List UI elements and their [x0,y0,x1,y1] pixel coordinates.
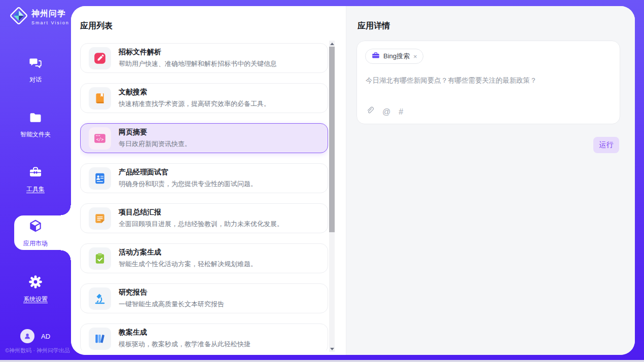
user-initials: AD [41,333,50,340]
app-card-title: 产品经理面试官 [119,168,257,177]
chat-icon [28,63,43,71]
books-icon [89,328,111,350]
sidebar-item-settings[interactable]: 系统设置 [0,274,71,304]
sidebar-item-toolset[interactable]: 工具集 [0,165,71,194]
app-card[interactable]: 项目总结汇报 全面回顾项目进展，总结经验教训，助力未来优化发展。 [80,203,328,233]
scrollbar-up-icon[interactable] [329,41,335,47]
app-card[interactable]: 活动方案生成 智能生成个性化活动方案，轻松解决规划难题。 [80,243,328,273]
app-card-title: 项目总结汇报 [119,208,283,217]
app-list-title: 应用列表 [80,21,113,31]
app-card-description: 全面回顾项目进展，总结经验教训，助力未来优化发展。 [119,220,283,229]
note-icon [89,207,111,230]
app-detail-title: 应用详情 [357,21,390,31]
logo-title: 神州问学 [31,9,66,18]
app-card[interactable]: 招标文件解析 帮助用户快速、准确地理解和解析招标书中的关键信息 [80,43,328,73]
app-card-description: 帮助用户快速、准确地理解和解析招标书中的关键信息 [119,59,277,68]
sidebar-item-label: 对话 [0,76,71,84]
app-card-title: 网页摘要 [119,128,191,137]
sidebar: 神州问学 Smart Vision 对话 智能文件夹 [0,0,71,360]
toolbox-icon [28,172,43,181]
app-card[interactable]: 文献搜索 快速精准查找学术资源，提高研究效率的必备工具。 [80,83,328,113]
tool-tag-label: Bing搜索 [383,52,410,61]
sidebar-item-label: 系统设置 [0,295,71,304]
cube-icon [28,227,43,235]
microscope-icon [89,287,111,310]
paperclip-icon[interactable] [366,106,374,117]
run-button[interactable]: 运行 [593,137,619,153]
app-card[interactable]: 研究报告 一键智能生成高质量长文本研究报告 [80,283,328,313]
app-card-description: 智能生成个性化活动方案，轻松解决规划难题。 [119,260,257,269]
pill-flare-top [61,205,71,215]
book-icon [89,87,111,110]
pill-flare-bottom [61,250,71,260]
app-card-title: 教案生成 [119,328,251,337]
main-content: 应用列表 招标文件解析 帮助用户快速、准确地理解和解析招标书中的关键信息 文献搜… [71,6,635,355]
hashtag-icon[interactable]: # [399,107,403,117]
gear-icon [28,282,43,291]
sidebar-item-label: 应用市场 [0,239,71,248]
user-profile[interactable]: AD [20,329,50,343]
app-card[interactable]: 教案生成 模板驱动，教案秒成，教学准备从此轻松快捷 [80,323,328,350]
sidebar-item-label: 智能文件夹 [0,130,71,139]
scrollbar[interactable] [329,41,335,352]
app-card-description: 明确身份和职责，为您提供专业性的面试问题。 [119,179,257,189]
query-input[interactable]: 今日湖北有哪些新闻要点？有哪些需要关注的最新政策？ [366,76,610,86]
bid-edit-icon [89,47,111,69]
app-card-title: 文献搜索 [119,88,270,97]
scrollbar-thumb[interactable] [329,47,335,232]
app-card-description: 一键智能生成高质量长文本研究报告 [119,300,224,309]
logo-diamond-icon [9,6,28,27]
svg-text:</>: </> [96,137,104,142]
mention-icon[interactable]: @ [382,107,390,117]
app-list: 招标文件解析 帮助用户快速、准确地理解和解析招标书中的关键信息 文献搜索 快速精… [80,43,328,350]
app-card-description: 模板驱动，教案秒成，教学准备从此轻松快捷 [119,340,251,349]
app-list-pane: 应用列表 招标文件解析 帮助用户快速、准确地理解和解析招标书中的关键信息 文献搜… [71,6,346,355]
app-card-title: 活动方案生成 [119,248,257,257]
sidebar-item-smart-folder[interactable]: 智能文件夹 [0,111,71,139]
sidebar-item-app-market[interactable]: 应用市场 [0,219,71,248]
app-card[interactable]: 产品经理面试官 明确身份和职责，为您提供专业性的面试问题。 [80,163,328,193]
app-card-description: 每日政府新闻资讯快查。 [119,139,191,149]
app-card-title: 研究报告 [119,288,224,297]
app-card-title: 招标文件解析 [119,48,277,57]
app-card[interactable]: </> 网页摘要 每日政府新闻资讯快查。 [80,123,328,153]
folder-icon [28,118,43,126]
browser-code-icon: </> [89,127,111,150]
app-card-description: 快速精准查找学术资源，提高研究效率的必备工具。 [119,99,270,108]
app-logo: 神州问学 Smart Vision [9,6,69,27]
close-icon[interactable]: × [413,53,417,60]
scrollbar-down-icon[interactable] [329,346,335,352]
logo-subtitle: Smart Vision [31,20,69,25]
copyright-text: ©神州数码 · 神州问学出品 [5,347,70,354]
input-toolbar: @ # [366,106,403,117]
briefcase-icon [372,51,380,61]
sidebar-item-chat[interactable]: 对话 [0,56,71,84]
doc-person-icon [89,167,111,190]
clipboard-check-icon [89,247,111,270]
app-detail-pane: 应用详情 Bing搜索 × 今日湖北有哪些新闻要点？有哪些需要关注的最新政策？ [346,6,635,355]
avatar [20,329,34,343]
tool-tag-bing-search[interactable]: Bing搜索 × [365,49,423,64]
sidebar-item-label: 工具集 [0,185,71,194]
query-card: Bing搜索 × 今日湖北有哪些新闻要点？有哪些需要关注的最新政策？ @ # [356,41,620,124]
